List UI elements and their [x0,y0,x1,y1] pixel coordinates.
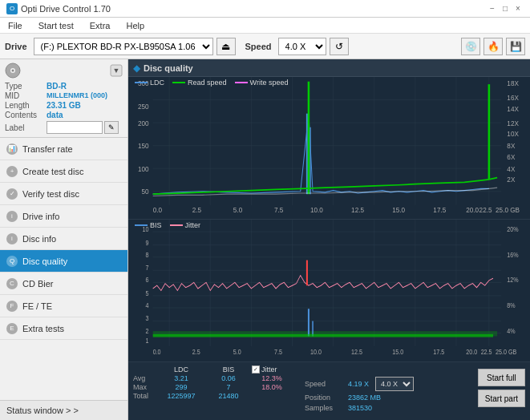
svg-text:200: 200 [138,119,149,127]
svg-text:1: 1 [146,337,149,345]
svg-text:2X: 2X [507,176,515,184]
close-button[interactable]: × [512,3,524,14]
save-button[interactable]: 💾 [506,38,525,55]
start-part-button[interactable]: Start part [478,390,525,407]
drive-info-icon: i [6,211,18,222]
svg-text:6: 6 [146,277,149,285]
sidebar-item-create-test-disc[interactable]: + Create test disc [0,160,127,183]
length-value: 23.31 GB [47,101,81,110]
sidebar-item-cd-bier[interactable]: C CD Bier [0,273,127,295]
speed-row-value: 4.19 X [348,380,369,388]
svg-text:17.5: 17.5 [433,206,446,215]
sidebar-item-drive-info[interactable]: i Drive info [0,205,127,228]
total-bis: 21480 [208,392,249,400]
svg-text:4X: 4X [507,164,515,173]
position-value: 23862 MB [348,394,381,402]
svg-point-2 [12,70,14,72]
samples-label: Samples [305,404,345,412]
sidebar-item-verify-test-disc[interactable]: ✓ Verify test disc [0,183,127,205]
menu-extra[interactable]: Extra [85,19,115,32]
speed-dropdown[interactable]: 4.0 X [375,377,414,391]
svg-text:2: 2 [146,327,149,335]
svg-text:8X: 8X [507,142,515,151]
avg-jitter: 12.3% [252,374,292,382]
jitter-checkbox-container[interactable]: ✓ Jitter [252,365,277,374]
status-window-button[interactable]: Status window > > [0,401,127,420]
svg-text:22.5: 22.5 [479,206,492,215]
erase-button[interactable]: 🔥 [483,38,503,55]
svg-text:150: 150 [138,142,149,151]
jitter-col-header: Jitter [261,365,277,374]
svg-rect-5 [128,77,530,219]
stats-row-max: Max 299 7 18.0% [133,383,292,391]
sidebar-item-fe-te[interactable]: F FE / TE [0,295,127,317]
maximize-button[interactable]: □ [500,3,511,14]
disc-info-icon: i [6,233,18,244]
svg-text:7.5: 7.5 [274,348,282,356]
disc-panel: ▼ Type BD-R MID MILLENMR1 (000) Length 2… [0,59,127,138]
jitter-checkbox[interactable]: ✓ [252,365,260,374]
svg-text:6X: 6X [507,152,515,161]
svg-text:2.5: 2.5 [192,348,200,356]
svg-text:3: 3 [146,315,149,323]
sidebar-item-extra-tests[interactable]: E Extra tests [0,317,127,340]
create-test-disc-icon: + [6,166,18,177]
label-edit-button[interactable]: ✎ [104,121,119,134]
fe-te-icon: F [6,301,18,312]
drive-toolbar: Drive (F:) PLEXTOR BD-R PX-LB950SA 1.06 … [0,34,530,59]
ldc-col-header: LDC [157,365,205,374]
content-area: ◆ Disc quality LDC Read speed Write spee… [128,59,530,420]
app-title: Opti Drive Control 1.70 [21,4,111,14]
dq-title-icon: ◆ [133,63,140,74]
jitter-legend-label: Jitter [185,221,201,229]
minimize-button[interactable]: − [487,3,498,14]
max-jitter: 18.0% [252,383,292,391]
max-bis: 7 [208,383,249,391]
speed-label: Speed [245,42,272,51]
dq-title: Disc quality [144,63,193,73]
speed-row-label: Speed [305,380,345,388]
samples-value: 381530 [348,404,372,412]
titlebar: O Opti Drive Control 1.70 − □ × [0,0,530,18]
menu-help[interactable]: Help [121,19,149,32]
cd-bier-icon: C [6,278,18,289]
menubar: File Start test Extra Help [0,18,530,34]
start-full-button[interactable]: Start full [478,369,525,386]
total-ldc: 1225997 [157,392,205,400]
label-label: Label [5,123,47,132]
speed-select[interactable]: 4.0 X [278,38,326,55]
refresh-button[interactable]: ↺ [330,38,349,55]
svg-text:2.5: 2.5 [192,206,202,215]
svg-text:5: 5 [146,289,149,297]
contents-value: data [47,111,63,119]
avg-bis: 0.06 [208,374,249,382]
sidebar-item-disc-info[interactable]: i Disc info [0,228,127,250]
svg-text:250: 250 [138,103,149,111]
menu-start-test[interactable]: Start test [34,19,79,32]
sidebar-item-disc-quality[interactable]: Q Disc quality [0,250,127,273]
svg-text:18X: 18X [507,79,519,88]
menu-file[interactable]: File [3,19,27,32]
svg-text:20.0: 20.0 [466,206,479,215]
disc-button[interactable]: 💿 [461,38,480,55]
svg-rect-50 [128,220,530,361]
contents-label: Contents [5,111,47,119]
drive-select[interactable]: (F:) PLEXTOR BD-R PX-LB950SA 1.06 [34,38,213,55]
type-label: Type [5,82,47,91]
svg-text:9: 9 [146,239,149,247]
dq-header: ◆ Disc quality [128,59,530,77]
bis-legend-label: BIS [150,221,162,229]
transfer-rate-icon: 📊 [6,143,18,155]
eject-button[interactable]: ⏏ [216,38,236,55]
upper-chart: LDC Read speed Write speed [128,77,530,220]
sidebar-item-transfer-rate[interactable]: 📊 Transfer rate [0,138,127,160]
ldc-legend-label: LDC [150,79,164,87]
avg-ldc: 3.21 [157,374,205,382]
svg-text:25.0 GB: 25.0 GB [496,206,520,215]
status-window-label: Status window > > [6,406,79,415]
svg-text:12X: 12X [507,119,519,127]
disc-panel-btn[interactable]: ▼ [110,64,123,77]
svg-text:8: 8 [146,251,149,259]
label-input[interactable] [47,121,103,134]
write-speed-legend: Write speed [250,79,289,87]
